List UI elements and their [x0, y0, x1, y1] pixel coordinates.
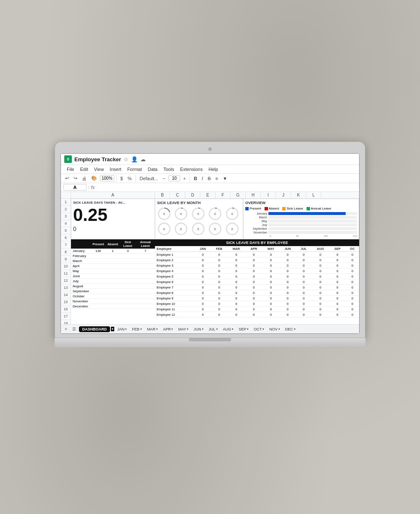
col-header-d[interactable]: D — [185, 192, 200, 198]
zoom-select[interactable]: 100% — [100, 175, 114, 181]
col-header-a[interactable]: A — [71, 192, 155, 198]
absent-val — [106, 264, 120, 269]
emp-jul: 0 — [296, 274, 311, 279]
menu-extensions[interactable]: Extensions — [178, 166, 205, 173]
bold-btn[interactable]: B — [192, 175, 199, 182]
menu-tools[interactable]: Tools — [161, 166, 177, 173]
present-val — [91, 284, 106, 289]
formula-fx: fx — [91, 185, 95, 190]
emp-jan: 0 — [194, 279, 211, 285]
emp-mar: 0 — [227, 307, 245, 312]
menu-file[interactable]: File — [64, 166, 77, 173]
bar-label-september: September — [245, 227, 268, 230]
row-17: 17 — [61, 313, 71, 320]
emp-oc: 0 — [346, 268, 359, 274]
menu-edit[interactable]: Edit — [78, 166, 91, 173]
percent-btn[interactable]: % — [126, 175, 134, 182]
menu-bar: File Edit View Insert Format Data Tools … — [61, 165, 359, 174]
font-size-box[interactable]: 10 — [168, 175, 180, 181]
italic-btn[interactable]: I — [200, 175, 205, 182]
svg-text:0: 0 — [181, 228, 182, 231]
col-header-c[interactable]: C — [170, 192, 185, 198]
menu-view[interactable]: View — [92, 166, 107, 173]
sick-val — [120, 279, 136, 284]
emp-jan: 0 — [194, 307, 211, 312]
tab-apr[interactable]: APR ▾ — [161, 326, 176, 332]
title-bar: S Employee Tracker ☆ 👤 ☁ — [61, 154, 359, 165]
tab-mar[interactable]: MAR ▾ — [145, 326, 160, 332]
emp-may: 0 — [262, 252, 280, 257]
filter-btn[interactable]: ▼ — [221, 175, 229, 182]
tab-jan[interactable]: JAN ▾ — [115, 326, 129, 332]
emp-mar: 0 — [227, 290, 245, 296]
col-header-b[interactable]: B — [155, 192, 170, 198]
font-plus-btn[interactable]: + — [181, 175, 187, 182]
tab-dashboard[interactable]: DASHBOARD — [79, 326, 110, 332]
emp-jun: 0 — [279, 301, 296, 307]
undo-icon[interactable]: ↩ — [63, 175, 71, 182]
emp-row: Employee 5 0 0 0 0 0 0 0 0 0 0 — [155, 274, 359, 279]
emp-name: Employee 3 — [155, 263, 194, 268]
cell-reference[interactable] — [63, 184, 87, 191]
svg-text:0: 0 — [231, 228, 233, 231]
tab-dec[interactable]: DEC ▾ — [283, 326, 298, 332]
tab-jul[interactable]: JUL ▾ — [207, 326, 220, 332]
redo-icon[interactable]: ↪ — [72, 175, 79, 182]
menu-help[interactable]: Help — [206, 166, 220, 173]
col-header-e[interactable]: E — [200, 192, 215, 198]
emp-aug: 0 — [312, 252, 329, 257]
paint-format-icon[interactable]: 🎨 — [89, 175, 99, 182]
emp-aug: 0 — [312, 263, 329, 268]
tab-may[interactable]: MAY ▾ — [176, 326, 191, 332]
monthly-row-march: March — [71, 259, 155, 264]
legend-dot-annual — [307, 207, 310, 210]
tab-oct[interactable]: OCT ▾ — [252, 326, 266, 332]
col-header-i[interactable]: I — [261, 192, 276, 198]
month-name: October — [71, 294, 91, 299]
row-4: 4 — [61, 220, 71, 227]
add-sheet-btn[interactable]: + — [63, 326, 69, 332]
col-header-j[interactable]: J — [276, 192, 291, 198]
col-header-h[interactable]: H — [246, 192, 261, 198]
row-7: 7 — [61, 241, 71, 249]
sick-leave-sub: 0 — [73, 226, 153, 232]
emp-oc: 0 — [346, 263, 359, 268]
emp-may: 0 — [262, 279, 280, 285]
tab-bar: + ☰ DASHBOARD ▾ JAN ▾ FEB ▾ MAR ▾ APR ▾ … — [61, 324, 359, 333]
emp-col-apr: APR — [245, 246, 262, 252]
emp-col-mar: MAR — [227, 246, 245, 252]
tab-dropdown-dashboard[interactable]: ▾ — [111, 327, 114, 331]
tab-nov[interactable]: NOV ▾ — [267, 326, 282, 332]
menu-data[interactable]: Data — [145, 166, 160, 173]
star-icon[interactable]: ☆ — [123, 156, 129, 163]
tab-jun[interactable]: JUN ▾ — [192, 326, 206, 332]
bar-label-january: January — [245, 212, 268, 215]
font-minus-btn[interactable]: − — [161, 175, 167, 182]
emp-name: Employee 6 — [155, 279, 194, 285]
account-icon[interactable]: 👤 — [131, 156, 138, 163]
col-header-l[interactable]: L — [306, 192, 321, 198]
cloud-icon[interactable]: ☁ — [140, 156, 146, 163]
sick-val — [120, 264, 136, 269]
emp-apr: 0 — [245, 290, 262, 296]
currency-btn[interactable]: $ — [119, 175, 125, 182]
sheets-list-btn[interactable]: ☰ — [70, 326, 78, 332]
tab-sep[interactable]: SEP ▾ — [236, 326, 251, 332]
col-header-k[interactable]: K — [291, 192, 306, 198]
align-btn[interactable]: ≡ — [214, 175, 220, 182]
tab-aug[interactable]: AUG ▾ — [221, 326, 236, 332]
menu-format[interactable]: Format — [125, 166, 144, 173]
emp-may: 0 — [262, 290, 280, 296]
menu-insert[interactable]: Insert — [107, 166, 124, 173]
col-header-g[interactable]: G — [231, 192, 246, 198]
svg-text:0: 0 — [197, 228, 199, 231]
row-2: 2 — [61, 206, 71, 213]
print-icon[interactable]: 🖨 — [80, 175, 88, 182]
laptop-camera — [208, 147, 212, 151]
tab-feb[interactable]: FEB ▾ — [130, 326, 144, 332]
annual-val — [136, 279, 155, 284]
col-header-f[interactable]: F — [215, 192, 231, 198]
font-name[interactable]: Default... — [138, 175, 160, 182]
strikethrough-btn[interactable]: S — [206, 175, 212, 182]
emp-name: Employee 11 — [155, 307, 194, 312]
